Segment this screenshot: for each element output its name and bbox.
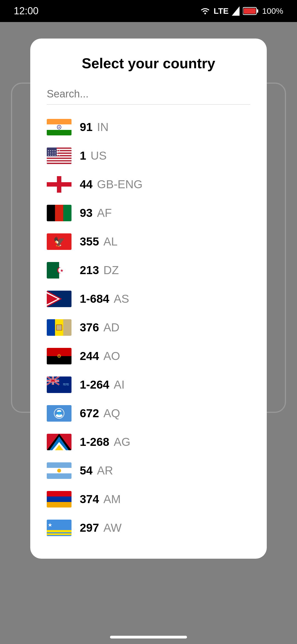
flag-argentina: [47, 462, 72, 479]
svg-rect-31: [47, 205, 55, 221]
status-bar: 12:00 LTE 100%: [0, 0, 297, 22]
country-code: 91: [80, 121, 93, 134]
svg-rect-23: [47, 163, 72, 164]
country-code: 1-268: [80, 435, 109, 449]
country-abbr: AM: [103, 493, 121, 506]
flag-england: [47, 176, 72, 193]
wifi-icon: [200, 7, 210, 15]
svg-rect-49: [56, 325, 62, 330]
country-selector-modal: Select your country 91 IN: [30, 39, 267, 559]
list-item[interactable]: 🌐 672 AQ: [47, 399, 250, 428]
svg-rect-20: [47, 159, 72, 160]
list-item[interactable]: 54 AR: [47, 456, 250, 485]
list-item[interactable]: ⚙ 244 AO: [47, 342, 250, 370]
svg-rect-84: [47, 533, 72, 535]
flag-angola: ⚙: [47, 348, 72, 364]
list-item[interactable]: 91 IN: [47, 113, 250, 141]
list-item[interactable]: 297 AW: [47, 514, 250, 542]
search-container[interactable]: [47, 85, 250, 105]
list-item[interactable]: 376 AD: [47, 313, 250, 342]
list-item[interactable]: ★ ★ ★ ★ ★ ★ ★ ★ ★ ★ ★ ★ ★ ★ ★ ★ ★ 1 US: [47, 141, 250, 170]
country-abbr: AL: [103, 235, 117, 248]
svg-rect-3: [257, 9, 258, 13]
flag-antigua: [47, 434, 72, 450]
svg-rect-63: [47, 380, 59, 381]
svg-rect-81: [47, 502, 72, 507]
svg-rect-5: [47, 119, 72, 124]
svg-marker-1: [232, 6, 240, 16]
list-item[interactable]: 1-684 AS: [47, 285, 250, 313]
country-abbr: IN: [97, 121, 109, 134]
country-code: 1: [80, 149, 86, 162]
list-item[interactable]: 1-268 AG: [47, 428, 250, 456]
list-item[interactable]: 213 DZ: [47, 256, 250, 285]
svg-text:★ ★ ★ ★ ★ ★: ★ ★ ★ ★ ★ ★: [48, 154, 60, 156]
list-item[interactable]: 374 AM: [47, 485, 250, 514]
country-code: 54: [80, 464, 93, 477]
svg-rect-30: [47, 182, 72, 187]
country-code: 93: [80, 206, 93, 220]
flag-algeria: [47, 262, 72, 279]
svg-rect-46: [47, 319, 55, 336]
svg-rect-18: [47, 156, 72, 158]
list-item[interactable]: ⚙ 93 AF: [47, 199, 250, 227]
modal-title: Select your country: [47, 55, 250, 72]
country-code: 244: [80, 350, 99, 363]
svg-text:≈≈: ≈≈: [63, 381, 69, 387]
flag-andorra: [47, 319, 72, 336]
country-abbr: GB-ENG: [97, 178, 143, 191]
svg-text:🦅: 🦅: [53, 236, 65, 247]
svg-rect-19: [47, 158, 72, 159]
flag-antarctica: 🌐: [47, 405, 72, 422]
country-abbr: AS: [114, 292, 129, 305]
svg-text:★ ★ ★ ★ ★: ★ ★ ★ ★ ★: [48, 152, 58, 154]
country-abbr: AD: [103, 321, 119, 334]
svg-point-9: [59, 127, 60, 128]
svg-rect-22: [47, 162, 72, 163]
svg-text:🌐: 🌐: [57, 411, 61, 415]
country-code: 1-684: [80, 292, 109, 305]
flag-anguilla: ≈≈: [47, 376, 72, 393]
search-input[interactable]: [47, 85, 250, 105]
flag-albania: 🦅: [47, 233, 72, 250]
background-area: Select your country 91 IN: [0, 22, 297, 644]
country-abbr: AR: [97, 464, 113, 477]
flag-armenia: [47, 491, 72, 507]
country-code: 297: [80, 521, 99, 534]
status-time: 12:00: [14, 5, 38, 17]
svg-rect-75: [47, 462, 72, 468]
list-item[interactable]: ≈≈ 1-264 AI: [47, 370, 250, 399]
svg-point-78: [57, 469, 61, 473]
country-code: 376: [80, 321, 99, 334]
lte-label: LTE: [214, 6, 229, 16]
country-abbr: US: [90, 149, 106, 162]
svg-rect-48: [63, 319, 72, 336]
signal-icon: [232, 6, 240, 16]
country-abbr: AW: [103, 521, 122, 534]
country-abbr: AF: [97, 206, 112, 220]
country-list: 91 IN: [47, 113, 250, 542]
list-item[interactable]: 44 GB-ENG: [47, 170, 250, 199]
country-abbr: AI: [114, 378, 125, 391]
svg-rect-4: [244, 8, 256, 14]
svg-rect-7: [47, 130, 72, 135]
country-abbr: DZ: [103, 264, 119, 277]
country-code: 213: [80, 264, 99, 277]
country-abbr: AG: [114, 435, 130, 449]
svg-text:⚙: ⚙: [57, 211, 61, 215]
flag-afghanistan: ⚙: [47, 205, 72, 221]
svg-rect-77: [47, 473, 72, 479]
svg-point-0: [204, 13, 206, 14]
svg-rect-83: [47, 530, 72, 532]
country-code: 672: [80, 407, 99, 420]
status-icons: LTE 100%: [200, 6, 283, 16]
flag-india: [47, 119, 72, 135]
list-item[interactable]: 🦅 355 AL: [47, 227, 250, 256]
home-indicator: [110, 636, 187, 638]
flag-usa: ★ ★ ★ ★ ★ ★ ★ ★ ★ ★ ★ ★ ★ ★ ★ ★ ★: [47, 148, 72, 164]
svg-text:⚙: ⚙: [57, 353, 61, 359]
flag-american-samoa: [47, 291, 72, 307]
battery-percent: 100%: [262, 6, 283, 16]
country-abbr: AO: [103, 350, 120, 363]
svg-rect-80: [47, 496, 72, 502]
